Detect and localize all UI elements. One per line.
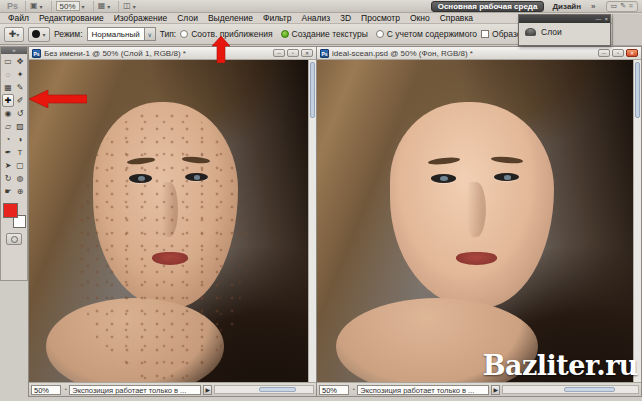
scrollbar-thumb[interactable]: [259, 387, 296, 392]
psd-file-icon: Ps: [320, 49, 329, 58]
tool-brush[interactable]: ✐: [14, 94, 26, 107]
vertical-scrollbar[interactable]: [633, 60, 641, 382]
tool-hand[interactable]: ☛: [2, 185, 14, 198]
tool-dodge[interactable]: ◑: [14, 133, 26, 146]
status-more-button[interactable]: ▶: [491, 385, 500, 395]
menu-item[interactable]: Просмотр: [356, 13, 405, 24]
tool-marquee[interactable]: ▭: [2, 55, 14, 68]
vertical-scrollbar[interactable]: [308, 60, 316, 382]
tools-palette: » ▭✥◌✦▦✎✚✐◉↺▱▨◔◑✒T➤▢↻◍☛⊕: [0, 46, 28, 281]
tool-eraser[interactable]: ▱: [2, 120, 14, 133]
status-zoom-field[interactable]: 50%: [319, 385, 349, 395]
scrollbar-thumb[interactable]: [310, 62, 315, 118]
menu-item[interactable]: Файл: [3, 13, 34, 24]
workspace-active-button[interactable]: Основная рабочая среда: [431, 1, 545, 12]
tool-crop[interactable]: ▦: [2, 81, 14, 94]
menu-item[interactable]: Редактирование: [34, 13, 109, 24]
menu-item[interactable]: Анализ: [297, 13, 336, 24]
document-canvas[interactable]: [29, 60, 316, 382]
tool-gradient[interactable]: ▨: [14, 120, 26, 133]
appbar-misc-button-1[interactable]: ▭: [611, 2, 618, 10]
mode-dropdown[interactable]: Нормальный ∨: [87, 27, 156, 41]
menu-item[interactable]: Слои: [172, 13, 203, 24]
minimize-button[interactable]: ─: [598, 49, 610, 57]
mode-label: Режим:: [54, 29, 83, 39]
tool-clone-stamp[interactable]: ◉: [2, 107, 14, 120]
tool-3d-rotate[interactable]: ↻: [2, 172, 14, 185]
document-statusbar: 50% ◔ Экспозиция работает только в ... ▶: [29, 382, 316, 396]
close-icon[interactable]: ×: [604, 16, 608, 22]
tool-zoom[interactable]: ⊕: [14, 185, 26, 198]
document-titlebar[interactable]: Ps ideal-scean.psd @ 50% (Фон, RGB/8) * …: [317, 47, 641, 60]
menu-item[interactable]: Окно: [405, 13, 435, 24]
color-swatches: [3, 203, 27, 229]
right-eye: [494, 173, 519, 181]
tool-pen[interactable]: ✒: [2, 146, 14, 159]
menu-item[interactable]: 3D: [335, 13, 356, 24]
brush-preset-picker[interactable]: ▾: [28, 27, 50, 42]
tools-palette-grip[interactable]: »: [1, 47, 27, 54]
workspace-design-button[interactable]: Дизайн: [548, 2, 585, 11]
ps-logo: Ps: [4, 1, 21, 11]
tool-3d-orbit[interactable]: ◍: [14, 172, 26, 185]
document-title: Без имени-1 @ 50% (Слой 1, RGB/8) *: [44, 49, 270, 58]
minimize-button[interactable]: ─: [273, 49, 285, 57]
chevron-down-icon: ▾: [82, 3, 85, 10]
quick-mask-button[interactable]: [6, 233, 22, 245]
cs-live-button-group: ▭✎⌗: [606, 1, 638, 12]
chevron-down-icon: ▾: [133, 3, 136, 10]
layers-panel-body[interactable]: Слои: [519, 23, 610, 41]
dropdown-arrow-icon: ∨: [144, 28, 155, 40]
status-zoom-field[interactable]: 50%: [31, 385, 61, 395]
tool-healing-brush[interactable]: ✚: [2, 94, 14, 107]
zoom-level-group[interactable]: 50% ▾: [51, 1, 89, 12]
checkbox-icon: [481, 30, 489, 38]
tool-lasso[interactable]: ◌: [2, 68, 14, 81]
tool-eyedropper[interactable]: ✎: [14, 81, 26, 94]
tool-shape[interactable]: ▢: [14, 159, 26, 172]
tool-move[interactable]: ✥: [14, 55, 26, 68]
status-sync-icon: ◔: [351, 386, 355, 393]
scrollbar-thumb[interactable]: [635, 62, 640, 118]
minimize-icon[interactable]: —: [595, 16, 601, 22]
menu-item[interactable]: Справка: [435, 13, 478, 24]
radio-icon: [180, 30, 188, 38]
iris: [440, 176, 448, 181]
left-eye: [431, 174, 456, 182]
tool-type[interactable]: T: [14, 146, 26, 159]
close-button[interactable]: ✕: [626, 49, 638, 57]
menu-item[interactable]: Выделение: [203, 13, 258, 24]
horizontal-scrollbar[interactable]: [502, 385, 639, 394]
chevron-down-icon: ▾: [16, 31, 19, 38]
status-more-button[interactable]: ▶: [203, 385, 212, 395]
close-button[interactable]: ✕: [301, 49, 313, 57]
chevron-down-icon: ▾: [107, 3, 110, 10]
healing-brush-icon: ✚: [9, 29, 17, 39]
panel-dock: [612, 14, 642, 46]
document-titlebar[interactable]: Ps Без имени-1 @ 50% (Слой 1, RGB/8) * ─…: [29, 47, 316, 60]
restore-button[interactable]: ▫: [612, 49, 624, 57]
arrange-documents-group[interactable]: ▦ ▾: [93, 1, 115, 12]
zoom-level-value[interactable]: 50%: [56, 1, 80, 11]
restore-button[interactable]: ▫: [287, 49, 299, 57]
appbar-misc-button-2[interactable]: ✎: [620, 2, 626, 10]
scrollbar-thumb[interactable]: [564, 387, 615, 392]
screen-mode-group[interactable]: ◫ ▾: [118, 1, 140, 12]
tool-history-brush[interactable]: ↺: [14, 107, 26, 120]
menu-item[interactable]: Изображение: [109, 13, 173, 24]
appbar-misc-button-3[interactable]: ⌗: [629, 2, 633, 10]
document-canvas[interactable]: [317, 60, 641, 382]
tool-blur[interactable]: ◔: [2, 133, 14, 146]
workspace-more-button[interactable]: »: [589, 2, 597, 11]
horizontal-scrollbar[interactable]: [214, 385, 314, 394]
view-extras-group[interactable]: ▣ ▾: [25, 1, 47, 12]
menu-item[interactable]: Фильтр: [258, 13, 297, 24]
status-text: Экспозиция работает только в ...: [69, 385, 201, 395]
tool-quick-selection[interactable]: ✦: [14, 68, 26, 81]
red-arrow-to-create-texture-option: [212, 36, 230, 63]
current-tool-preset[interactable]: ✚ ▾: [4, 27, 24, 42]
tool-path-selection[interactable]: ➤: [2, 159, 14, 172]
psd-file-icon: Ps: [32, 49, 41, 58]
iris: [504, 175, 512, 180]
foreground-color-swatch[interactable]: [3, 203, 18, 218]
